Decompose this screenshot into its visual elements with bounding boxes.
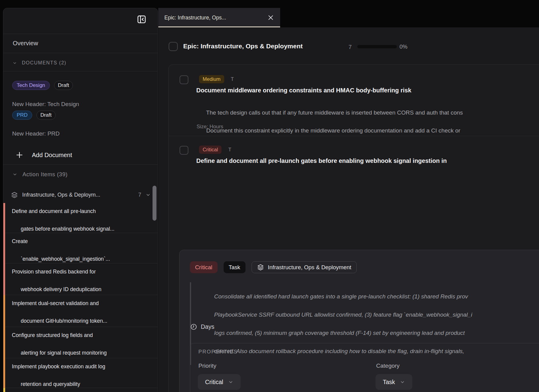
action-item-line2: retention and queryability (21, 381, 80, 387)
action-item-line1: Define and document all pre-launch (12, 208, 96, 214)
action-item-row[interactable] (3, 388, 158, 392)
epic-progress-bar (357, 45, 397, 48)
panel-priority-badge[interactable]: Critical (190, 261, 218, 273)
sidebar-item-overview[interactable]: Overview (13, 34, 38, 53)
panel-epic-badge[interactable]: Infrastructure, Ops & Deployment (252, 261, 357, 273)
chevron-down-icon (228, 380, 233, 385)
task-desc-line1: The tech design calls out that if any fu… (206, 109, 463, 116)
priority-strip (3, 358, 5, 388)
documents-section-label: DOCUMENTS (2) (22, 60, 67, 66)
task-checkbox[interactable] (180, 146, 188, 155)
priority-badge-medium: Medium (199, 75, 224, 83)
add-document-button[interactable]: Add Document (15, 148, 72, 162)
category-dropdown-value: Task (383, 379, 395, 386)
effort-row: Days (190, 323, 214, 330)
collapse-panel-icon (137, 14, 146, 24)
sidebar-panel: Overview DOCUMENTS (2) Tech Design Draft… (3, 8, 158, 392)
priority-badge-critical: Critical (199, 146, 221, 154)
task-type-letter: T (228, 147, 231, 153)
description-line: Consolidate all identified hard launch g… (214, 293, 468, 300)
doc-type-badge: Tech Design (12, 81, 50, 90)
document-item[interactable]: Tech Design Draft (12, 81, 73, 90)
chevron-down-icon (400, 380, 405, 385)
documents-section-header[interactable]: DOCUMENTS (2) (12, 58, 67, 67)
action-item-row[interactable]: Implement playbook execution audit log r… (3, 358, 158, 388)
action-items-section-label: Action Items (39) (22, 171, 67, 178)
task-title[interactable]: Define and document all pre-launch gates… (196, 157, 447, 164)
tab-epic-infrastructure[interactable]: Epic: Infrastructure, Ops... (158, 8, 280, 27)
action-item-line2: gates before enabling webhook signal... (21, 226, 114, 232)
properties-header: PROPERTIES (198, 349, 238, 355)
tab-label: Epic: Infrastructure, Ops... (164, 15, 267, 21)
divider (3, 71, 158, 71)
panel-badge-row: Critical Task Infrastructure, Ops & Depl… (190, 261, 357, 273)
task-size: Size: Hours (197, 124, 223, 130)
plus-icon (15, 151, 23, 159)
priority-strip (3, 203, 5, 233)
category-dropdown[interactable]: Task (376, 374, 412, 390)
description-line: logs confirmed, (5) minimum graph covera… (214, 330, 465, 336)
action-item-line2: `enable_webhook_signal_ingestion`... (21, 256, 110, 262)
task-row[interactable]: Medium T Document middleware ordering co… (169, 65, 539, 136)
epic-group-label: Infrastructure, Ops & Deploym... (22, 192, 138, 198)
divider (3, 53, 158, 53)
close-icon[interactable] (267, 14, 274, 21)
chevron-down-icon (12, 172, 17, 177)
doc-title[interactable]: New Header: PRD (12, 130, 60, 137)
clock-icon (190, 323, 197, 330)
action-item-line1: Create (12, 238, 28, 244)
doc-status-badge: Draft (54, 81, 73, 90)
epic-title: Epic: Infrastructure, Ops & Deployment (183, 43, 303, 50)
priority-strip (3, 388, 5, 392)
action-item-row[interactable]: Create `enable_webhook_signal_ingestion`… (3, 233, 158, 263)
layers-icon (257, 264, 264, 271)
doc-status-badge: Draft (36, 111, 56, 120)
task-title[interactable]: Document middleware ordering constraints… (196, 87, 411, 94)
epic-checkbox[interactable] (169, 42, 178, 51)
priority-strip (3, 295, 5, 327)
document-item[interactable]: PRD Draft (12, 111, 56, 120)
action-item-row[interactable]: Configure structured log fields and aler… (3, 327, 158, 358)
epic-group-row[interactable]: Infrastructure, Ops & Deploym... 7 (11, 191, 151, 199)
sidebar-scrollbar-thumb[interactable] (153, 186, 156, 221)
divider (3, 164, 158, 165)
task-type-letter: T (231, 77, 234, 82)
effort-label: Days (201, 323, 214, 330)
task-desc-line2: Document this constraint explicitly in t… (206, 127, 460, 134)
doc-title[interactable]: New Header: Tech Design (12, 101, 79, 108)
priority-strip (3, 327, 5, 358)
action-item-line1: Implement playbook execution audit log (12, 363, 105, 370)
task-checkbox[interactable] (180, 75, 188, 84)
panel-category-badge[interactable]: Task (224, 261, 245, 273)
action-item-row[interactable]: Provision shared Redis backend for webho… (3, 263, 158, 295)
properties-box: PROPERTIES Priority Critical Category Ta… (190, 343, 539, 392)
task-row-expanded[interactable]: Critical T Define and document all pre-l… (169, 136, 539, 392)
doc-type-badge: PRD (12, 111, 32, 120)
epic-group-count: 7 (138, 192, 141, 198)
action-item-line1: Provision shared Redis backend for (12, 269, 96, 275)
panel-epic-badge-label: Infrastructure, Ops & Deployment (268, 264, 352, 271)
collapse-sidebar-button[interactable] (135, 12, 148, 26)
task-card-group: Medium T Document middleware ordering co… (168, 64, 539, 392)
action-item-line2: webhook delivery ID deduplication (21, 286, 101, 292)
priority-dropdown-value: Critical (205, 379, 223, 386)
priority-label: Priority (198, 363, 216, 369)
chevron-down-icon (146, 192, 151, 198)
action-items-section-header[interactable]: Action Items (39) (12, 170, 67, 179)
add-document-label: Add Document (32, 152, 72, 159)
epic-progress-label: 0% (400, 44, 407, 50)
priority-strip (3, 263, 5, 295)
priority-dropdown[interactable]: Critical (198, 374, 241, 390)
action-item-line1: Implement dual-secret validation and (12, 300, 99, 306)
action-item-line2: alerting for signal request monitoring (21, 350, 107, 356)
priority-strip (3, 233, 5, 263)
action-item-line2: document GitHub/monitoring token... (21, 318, 107, 324)
category-label: Category (376, 363, 400, 369)
chevron-down-icon (12, 61, 17, 65)
action-item-row[interactable]: Implement dual-secret validation and doc… (3, 295, 158, 327)
task-detail-panel: Critical Task Infrastructure, Ops & Depl… (179, 250, 539, 392)
action-item-row[interactable]: Define and document all pre-launch gates… (3, 203, 158, 233)
description-line: PlaybookService SSRF outbound URL allowl… (214, 311, 472, 318)
epic-task-count: 7 (348, 44, 352, 50)
action-item-line1: Configure structured log fields and (12, 332, 93, 338)
